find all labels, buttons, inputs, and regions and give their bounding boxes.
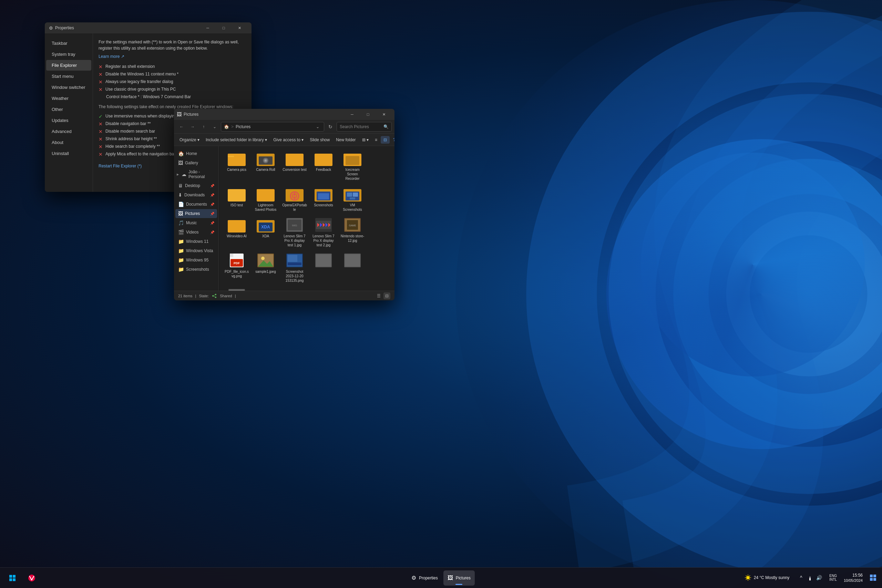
nav-videos[interactable]: 🎬 Videos 📌 — [176, 228, 217, 237]
folder-xda[interactable]: XDA XDA — [252, 215, 279, 249]
svg-point-4 — [738, 224, 879, 365]
nav-system-tray[interactable]: System tray — [46, 49, 91, 60]
language-indicator[interactable]: ENG INTL — [828, 574, 838, 581]
close-button[interactable]: ✕ — [231, 22, 248, 33]
file-lenovo-2[interactable]: Lenovo Slim 7 Pro X display test 2.jpg — [310, 215, 337, 249]
slide-show-button[interactable]: Slide show — [307, 136, 333, 144]
nav-downloads[interactable]: ⬇ Downloads 📌 — [176, 190, 217, 200]
status-view-grid[interactable]: ⊟ — [384, 292, 390, 299]
status-view-list[interactable]: ☰ — [375, 292, 382, 299]
weather-widget[interactable]: 24 °C Mostly sunny — [741, 573, 792, 583]
start-button[interactable] — [4, 570, 21, 586]
refresh-button[interactable]: ↻ — [326, 122, 335, 132]
nav-screenshots[interactable]: 📁 Screenshots — [176, 265, 217, 274]
folder-winxvideo[interactable]: Winxvideo AI — [223, 215, 250, 249]
desktop-icon: 🖥 — [178, 183, 183, 188]
folder-iso-test[interactable]: ISO test — [223, 184, 250, 214]
nav-uninstall[interactable]: Uninstall — [46, 148, 91, 159]
folder-camera-pics[interactable]: Camera pics — [223, 149, 250, 183]
explorer-close-button[interactable]: ✕ — [376, 109, 392, 120]
nav-desktop[interactable]: 🖥 Desktop 📌 — [176, 181, 217, 190]
setting-row-4: Control Interface * : Windows 7 Command … — [99, 93, 246, 100]
folder-conversion-test[interactable]: Conversion test — [281, 149, 308, 183]
videos-icon: 🎬 — [178, 230, 184, 235]
nav-window-switcher[interactable]: Window switcher — [46, 82, 91, 93]
forward-button[interactable]: → — [188, 122, 197, 132]
nav-home[interactable]: 🏠 Home — [176, 149, 217, 158]
explorer-folder-icon: 🖼 — [177, 112, 182, 117]
svg-rect-26 — [286, 189, 292, 192]
nav-updates[interactable]: Updates — [46, 115, 91, 126]
file-sample1[interactable]: sample1.jpeg — [252, 251, 279, 285]
nav-advanced[interactable]: Advanced — [46, 126, 91, 137]
explorer-maximize-button[interactable]: □ — [360, 109, 376, 120]
folder-camera-roll[interactable]: Camera Roll — [252, 149, 279, 183]
nav-documents[interactable]: 📄 Documents 📌 — [176, 200, 217, 209]
nav-windows11[interactable]: 📁 Windows 11 — [176, 237, 217, 246]
nav-gallery[interactable]: 🖼 Gallery — [176, 159, 217, 167]
taskbar-vivaldi[interactable] — [23, 570, 40, 586]
file-lenovo-2-label: Lenovo Slim 7 Pro X display test 2.jpg — [311, 234, 336, 248]
tray-network[interactable] — [807, 574, 813, 581]
nav-windows-vista[interactable]: 📁 Windows Vista — [176, 246, 217, 255]
view-icons[interactable]: ⊟ — [381, 136, 390, 144]
tray-arrow[interactable]: ^ — [798, 574, 804, 581]
folder-vm-icon — [344, 186, 362, 201]
explorer-minimize-button[interactable]: ─ — [344, 109, 360, 120]
folder-vm-screenshots[interactable]: VM Screenshots — [339, 184, 366, 214]
folder-lightroom[interactable]: Lightroom Saved Photos — [252, 184, 279, 214]
setting-row-1[interactable]: ✕ Disable the Windows 11 context menu * — [99, 70, 246, 78]
nav-other[interactable]: Other — [46, 104, 91, 115]
network-icon — [807, 575, 813, 580]
folder-feedback[interactable]: Feedback — [310, 149, 337, 183]
organize-button[interactable]: Organize ▾ — [177, 136, 202, 144]
folder-screenshots-thumb-icon — [315, 186, 333, 201]
file-partial-3[interactable] — [223, 286, 250, 291]
svg-marker-65 — [230, 254, 233, 257]
nav-file-explorer[interactable]: File Explorer — [46, 60, 91, 70]
file-pdf[interactable]: PDF PDF_file_icon.svg.png — [223, 251, 250, 285]
give-access-button[interactable]: Give access to ▾ — [270, 136, 306, 144]
new-folder-button[interactable]: New folder — [333, 136, 358, 144]
nav-music[interactable]: 🎵 Music 📌 — [176, 218, 217, 227]
file-nintendo[interactable]: GAME Nintendo store-12.jpg — [339, 215, 366, 249]
nav-weather[interactable]: Weather — [46, 93, 91, 104]
taskbar-app-pictures[interactable]: 🖼 Pictures — [443, 570, 475, 586]
help-button[interactable]: ? — [390, 136, 394, 144]
address-path: Pictures — [236, 124, 250, 129]
folder-icecream[interactable]: Icecream Screen Recorder — [339, 149, 366, 183]
nav-joao-personal[interactable]: ▶ ☁ João - Personal — [176, 168, 217, 181]
setting-row-2[interactable]: ✕ Always use legacy file transfer dialog — [99, 78, 246, 86]
nav-about[interactable]: About — [46, 137, 91, 148]
file-lenovo-1[interactable]: IMG Lenovo Slim 7 Pro X display test 1.j… — [281, 215, 308, 249]
file-screenshot-2023[interactable]: Screenshot 2023-12-20 153135.png — [281, 251, 308, 285]
setting-label-6: Disable navigation bar ** — [105, 121, 150, 126]
nav-windows95[interactable]: 📁 Windows 95 — [176, 256, 217, 264]
learn-more-link[interactable]: Learn more ↗ — [99, 54, 124, 59]
notifications-button[interactable] — [868, 573, 878, 582]
include-library-button[interactable]: Include selected folder in library ▾ — [203, 136, 270, 144]
folder-opera[interactable]: OperaGXPortable — [281, 184, 308, 214]
nav-pictures[interactable]: 🖼 Pictures 📌 — [176, 209, 217, 218]
up-button[interactable]: ↑ — [199, 122, 208, 132]
address-dropdown[interactable]: ⌄ — [314, 123, 321, 130]
nav-start-menu[interactable]: Start menu — [46, 71, 91, 82]
search-bar[interactable]: Search Pictures 🔍 — [337, 122, 392, 132]
file-partial-1[interactable] — [310, 251, 337, 285]
address-bar[interactable]: 🏠 > Pictures ⌄ — [221, 122, 324, 132]
view-details[interactable]: ≡ — [372, 136, 380, 144]
tray-volume[interactable]: 🔊 — [816, 574, 822, 581]
back-button[interactable]: ← — [177, 122, 186, 132]
setting-row-3[interactable]: ✕ Use classic drive groupings in This PC — [99, 86, 246, 93]
navigation-panel: 🏠 Home 🖼 Gallery ▶ ☁ João - Personal 🖥 D… — [174, 146, 219, 291]
recent-button[interactable]: ⌄ — [210, 122, 219, 132]
setting-row-0[interactable]: ✕ Register as shell extension — [99, 63, 246, 70]
minimize-button[interactable]: ─ — [200, 22, 216, 33]
taskbar-app-properties[interactable]: ⚙ Properties — [407, 570, 442, 586]
file-partial-2[interactable] — [339, 251, 366, 285]
view-toggle[interactable]: ⊞ ▾ — [359, 136, 371, 144]
clock-widget[interactable]: 15:56 10/05/2024 — [841, 572, 866, 585]
maximize-button[interactable]: □ — [216, 22, 231, 33]
folder-screenshots[interactable]: Screenshots — [310, 184, 337, 214]
nav-taskbar[interactable]: Taskbar — [46, 38, 91, 49]
